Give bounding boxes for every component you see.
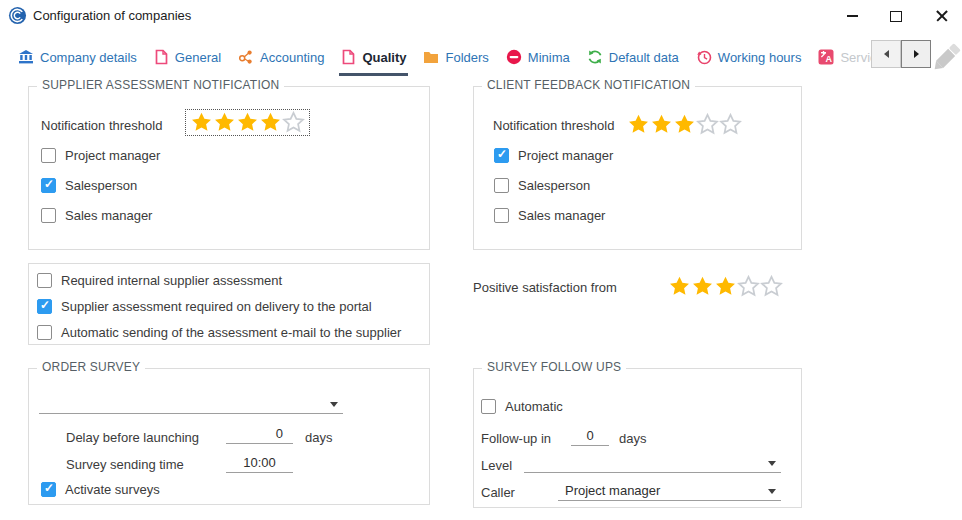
chevron-down-icon [330, 402, 338, 407]
tab-company-details[interactable]: Company details [18, 45, 137, 69]
star-filled-icon[interactable] [650, 113, 673, 136]
checkbox-required-internal-supplier-assessment[interactable] [37, 273, 52, 288]
star-filled-icon[interactable] [691, 275, 714, 298]
group-legend: ORDER SURVEY [37, 360, 145, 374]
star-filled-icon[interactable] [668, 275, 691, 298]
tab-quality[interactable]: Quality [341, 45, 406, 69]
star-filled-icon[interactable] [714, 275, 737, 298]
tab-default-data[interactable]: Default data [587, 45, 679, 69]
minimize-icon [847, 15, 858, 17]
tab-general[interactable]: General [154, 45, 221, 69]
checkbox-project-manager[interactable] [494, 148, 509, 163]
caller-value: Project manager [565, 483, 660, 498]
close-button[interactable] [924, 2, 960, 30]
tab-folders[interactable]: Folders [423, 45, 488, 69]
maximize-button[interactable] [878, 2, 914, 30]
follow-up-in-label: Follow-up in [481, 431, 551, 446]
checkbox-label: Required internal supplier assessment [61, 273, 282, 288]
quality-document-icon [341, 49, 356, 65]
title-bar: Configuration of companies [0, 0, 962, 32]
level-dropdown[interactable] [524, 453, 781, 473]
checkbox-salesperson[interactable] [41, 178, 56, 193]
tab-label: Quality [362, 50, 406, 65]
chevron-down-icon [768, 461, 776, 466]
checkbox-row: Project manager [41, 148, 160, 163]
client-threshold-stars[interactable] [627, 113, 742, 136]
survey-sending-time-label: Survey sending time [66, 457, 184, 472]
star-filled-icon[interactable] [673, 113, 696, 136]
delay-days-input[interactable]: 0 [226, 424, 293, 444]
assessment-options-checklist: Required internal supplier assessmentSup… [37, 273, 401, 340]
automatic-row: Automatic [481, 399, 563, 414]
star-empty-icon[interactable] [737, 275, 760, 298]
star-filled-icon[interactable] [190, 111, 213, 134]
chevron-down-icon [768, 489, 776, 494]
tab-accounting[interactable]: Accounting [238, 45, 324, 69]
activate-surveys-checkbox[interactable] [41, 482, 56, 497]
left-arrow-icon [884, 50, 889, 58]
checkbox-label: Sales manager [65, 208, 152, 223]
star-empty-icon[interactable] [760, 275, 783, 298]
positive-satisfaction-stars[interactable] [668, 275, 783, 298]
supplier-recipients-checklist: Project managerSalespersonSales manager [41, 148, 160, 223]
positive-satisfaction-label: Positive satisfaction from [473, 280, 617, 295]
caller-label: Caller [481, 485, 515, 500]
follow-up-days-input[interactable]: 0 [571, 426, 609, 446]
group-legend: CLIENT FEEDBACK NOTIFICATION [482, 78, 695, 92]
tab-label: General [175, 50, 221, 65]
star-empty-icon[interactable] [696, 113, 719, 136]
right-arrow-icon [914, 50, 919, 58]
checkbox-label: Project manager [65, 148, 160, 163]
refresh-icon [587, 49, 603, 65]
checkbox-row: Automatic sending of the assessment e-ma… [37, 325, 401, 340]
checkbox-supplier-assessment-required-on-delivery-to-the-portal[interactable] [37, 299, 52, 314]
tab-label: Company details [40, 50, 137, 65]
checkbox-label: Salesperson [65, 178, 137, 193]
checkbox-sales-manager[interactable] [494, 208, 509, 223]
tab-minima[interactable]: Minima [506, 45, 570, 69]
checkbox-label: Salesperson [518, 178, 590, 193]
checkbox-row: Project manager [494, 148, 613, 163]
follow-up-unit-label: days [619, 431, 646, 446]
translate-icon: A [818, 49, 834, 65]
tab-label: Accounting [260, 50, 324, 65]
svg-text:A: A [826, 54, 833, 64]
supplier-assessment-notification-group: SUPPLIER ASSESSMENT NOTIFICATION Notific… [28, 86, 430, 250]
activate-surveys-label: Activate surveys [65, 482, 160, 497]
automatic-checkbox[interactable] [481, 399, 496, 414]
star-filled-icon[interactable] [259, 111, 282, 134]
checkbox-automatic-sending-of-the-assessment-e-mail-to-the-supplier[interactable] [37, 325, 52, 340]
star-empty-icon[interactable] [719, 113, 742, 136]
checkbox-salesperson[interactable] [494, 178, 509, 193]
checkbox-row: Required internal supplier assessment [37, 273, 401, 288]
tabs-scroll-left-button[interactable] [871, 40, 901, 68]
survey-follow-ups-group: SURVEY FOLLOW UPS Automatic Follow-up in… [473, 368, 802, 508]
checkbox-row: Salesperson [41, 178, 160, 193]
supplier-threshold-stars[interactable] [185, 109, 310, 136]
tab-label: Folders [445, 50, 488, 65]
survey-type-dropdown[interactable] [39, 394, 343, 414]
checkbox-sales-manager[interactable] [41, 208, 56, 223]
activate-surveys-row: Activate surveys [41, 482, 160, 497]
tab-bar: Company details General Accounting Quali… [18, 42, 890, 72]
caller-dropdown[interactable]: Project manager [558, 481, 781, 501]
minimize-button[interactable] [834, 2, 870, 30]
accounting-nodes-icon [238, 49, 254, 65]
app-logo-icon [8, 6, 27, 25]
tab-working-hours[interactable]: Working hours [696, 45, 802, 69]
survey-sending-time-input[interactable]: 10:00 [226, 453, 293, 473]
close-icon [936, 10, 948, 22]
star-filled-icon[interactable] [213, 111, 236, 134]
star-empty-icon[interactable] [282, 111, 305, 134]
folder-icon [423, 49, 439, 65]
notification-threshold-label: Notification threshold [493, 118, 614, 133]
group-legend: SURVEY FOLLOW UPS [482, 360, 626, 374]
delay-unit-label: days [305, 430, 332, 445]
checkbox-row: Sales manager [494, 208, 613, 223]
star-filled-icon[interactable] [236, 111, 259, 134]
star-filled-icon[interactable] [627, 113, 650, 136]
checkbox-label: Supplier assessment required on delivery… [61, 299, 372, 314]
delay-before-launching-label: Delay before launching [66, 430, 199, 445]
checkbox-project-manager[interactable] [41, 148, 56, 163]
level-label: Level [481, 458, 512, 473]
